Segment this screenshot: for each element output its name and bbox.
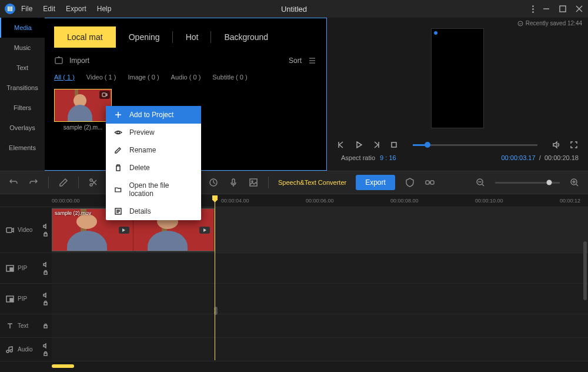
- svg-rect-55: [44, 326, 47, 328]
- maximize-icon[interactable]: [559, 5, 567, 13]
- svg-rect-47: [6, 228, 12, 232]
- preview-panel: Recently saved 12:44 Aspect ratio9 : 16 …: [327, 18, 588, 171]
- lock-icon[interactable]: [43, 351, 48, 356]
- preview-viewport[interactable]: [431, 28, 484, 128]
- sidebar-tab-filters[interactable]: Filters: [0, 98, 45, 118]
- import-icon[interactable]: [54, 56, 64, 65]
- ctx-open-location[interactable]: Open the file location: [106, 177, 201, 202]
- import-button[interactable]: Import: [69, 57, 89, 65]
- lock-icon[interactable]: [43, 300, 48, 305]
- menu-file[interactable]: File: [21, 5, 32, 13]
- play-badge-icon: [199, 227, 210, 234]
- mic-icon[interactable]: [228, 177, 239, 188]
- title-bar: File Edit Export Help Untitled: [0, 0, 588, 18]
- zoom-in-icon[interactable]: [569, 177, 580, 188]
- mute-icon[interactable]: [43, 293, 48, 298]
- mute-icon[interactable]: [43, 343, 48, 348]
- speed-icon[interactable]: [208, 177, 219, 188]
- source-tab-opening[interactable]: Opening: [116, 26, 173, 48]
- svg-rect-7: [55, 58, 62, 64]
- ctx-rename[interactable]: Rename: [106, 141, 201, 159]
- sidebar-tab-media[interactable]: Media: [0, 18, 45, 38]
- source-tab-hot[interactable]: Hot: [173, 26, 212, 48]
- sidebar-tab-music[interactable]: Music: [0, 38, 45, 58]
- minimize-icon[interactable]: [542, 5, 550, 13]
- preview-slider[interactable]: [413, 144, 537, 146]
- next-frame-icon[interactable]: [372, 140, 381, 150]
- svg-point-34: [252, 181, 253, 182]
- redo-icon[interactable]: [28, 177, 39, 188]
- prev-frame-icon[interactable]: [336, 140, 346, 150]
- svg-rect-53: [10, 298, 13, 301]
- document-title: Untitled: [281, 5, 307, 14]
- menu-export[interactable]: Export: [66, 5, 86, 13]
- left-sidebar: Media Music Text Transitions Filters Ove…: [0, 18, 45, 171]
- mute-icon[interactable]: [43, 224, 48, 229]
- ctx-add-to-project[interactable]: Add to Project: [106, 106, 201, 124]
- ctx-delete[interactable]: Delete: [106, 159, 201, 177]
- playhead[interactable]: [215, 195, 215, 360]
- filter-image[interactable]: Image ( 0 ): [128, 74, 159, 81]
- pip-track-icon: [6, 264, 14, 273]
- horizontal-scrollbar[interactable]: [0, 361, 588, 371]
- sidebar-tab-transitions[interactable]: Transitions: [0, 78, 45, 98]
- menu-help[interactable]: Help: [97, 5, 112, 13]
- speech-text-converter[interactable]: Speech&Text Converter: [278, 179, 346, 186]
- text-track-icon: [6, 322, 14, 330]
- track-pip-2: PIP: [0, 284, 588, 314]
- source-tab-background[interactable]: Background: [211, 26, 281, 48]
- sidebar-tab-text[interactable]: Text: [0, 58, 45, 78]
- timeline-toolbar: Speech&Text Converter Export: [0, 171, 588, 194]
- lock-icon[interactable]: [43, 231, 48, 237]
- lock-icon[interactable]: [43, 270, 48, 275]
- more-icon[interactable]: [532, 5, 534, 13]
- image-tool-icon[interactable]: [248, 177, 259, 188]
- ctx-preview[interactable]: Preview: [106, 124, 201, 141]
- ctx-details[interactable]: Details: [106, 202, 201, 220]
- edit-tool-icon[interactable]: [58, 177, 69, 188]
- media-filter-row: All ( 1 ) Video ( 1 ) Image ( 0 ) Audio …: [54, 74, 317, 81]
- svg-rect-16: [392, 142, 396, 147]
- track-audio: Audio: [0, 338, 588, 361]
- link-icon[interactable]: [425, 177, 435, 188]
- menu-edit[interactable]: Edit: [43, 5, 55, 13]
- lock-icon[interactable]: [43, 323, 48, 328]
- svg-line-42: [576, 184, 578, 186]
- sort-label[interactable]: Sort: [289, 57, 302, 65]
- filter-video[interactable]: Video ( 1 ): [86, 74, 116, 81]
- play-icon[interactable]: [354, 140, 363, 150]
- track-video: Video sample (2).mov sample (2).mov: [0, 207, 588, 253]
- play-badge-icon: [119, 227, 129, 234]
- shield-icon[interactable]: [405, 177, 415, 188]
- app-logo: [5, 4, 15, 14]
- svg-rect-11: [102, 93, 106, 97]
- volume-icon[interactable]: [552, 140, 561, 150]
- media-thumbnail[interactable]: sample (2).m...: [54, 89, 112, 131]
- sidebar-tab-overlays[interactable]: Overlays: [0, 118, 45, 138]
- svg-rect-50: [10, 268, 13, 271]
- zoom-slider[interactable]: [495, 182, 560, 184]
- mute-icon[interactable]: [43, 262, 48, 267]
- filter-all[interactable]: All ( 1 ): [54, 74, 75, 81]
- time-display: 00:00:03.17 / 00:00:20.18: [501, 154, 579, 161]
- filter-audio[interactable]: Audio ( 0 ): [171, 74, 201, 81]
- thumbnail-name: sample (2).m...: [54, 124, 112, 131]
- close-icon[interactable]: [575, 5, 583, 13]
- zoom-out-icon[interactable]: [475, 177, 486, 188]
- timeline-ruler[interactable]: 00:00:00.00 00:00:02.00 00:00:04.00 00:0…: [0, 194, 588, 207]
- stop-icon[interactable]: [389, 140, 399, 150]
- svg-rect-51: [44, 272, 47, 274]
- svg-line-39: [482, 184, 484, 186]
- svg-rect-54: [44, 303, 47, 305]
- svg-rect-56: [44, 353, 47, 356]
- export-button[interactable]: Export: [356, 175, 395, 190]
- filter-subtitle[interactable]: Subtitle ( 0 ): [212, 74, 247, 81]
- sidebar-tab-elements[interactable]: Elements: [0, 138, 45, 158]
- vertical-scrollbar[interactable]: [583, 241, 587, 300]
- undo-icon[interactable]: [8, 177, 19, 188]
- fullscreen-icon[interactable]: [569, 140, 579, 150]
- split-icon[interactable]: [88, 177, 99, 188]
- source-tab-local[interactable]: Local mat: [54, 26, 116, 48]
- aspect-ratio[interactable]: Aspect ratio9 : 16: [336, 154, 396, 161]
- sort-list-icon[interactable]: [308, 56, 317, 65]
